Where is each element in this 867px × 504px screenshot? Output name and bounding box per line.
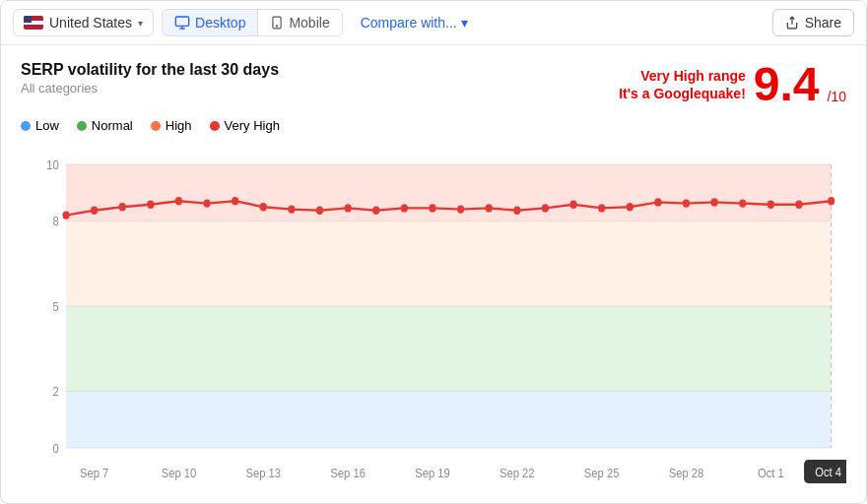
dot-24	[739, 199, 746, 207]
chart-title: SERP volatility for the last 30 days	[21, 61, 279, 79]
score-denom: /10	[828, 89, 846, 104]
dot-5	[203, 199, 210, 207]
dot-8	[288, 205, 295, 213]
country-label: United States	[49, 15, 132, 31]
dot-21	[654, 198, 661, 206]
compare-label: Compare with...	[361, 15, 457, 31]
dot-20	[627, 203, 634, 211]
legend-item-veryhigh: Very High	[210, 118, 280, 133]
zone-high	[66, 221, 832, 306]
dot-26	[795, 201, 802, 209]
share-icon	[785, 16, 799, 30]
svg-point-2	[277, 26, 278, 27]
dot-19	[598, 204, 605, 212]
dot-0	[62, 211, 69, 219]
legend: Low Normal High Very High	[21, 118, 846, 133]
content-area: SERP volatility for the last 30 days All…	[1, 45, 866, 503]
chevron-down-icon: ▾	[138, 18, 143, 29]
score-subtitle: It's a Googlequake!	[619, 85, 746, 102]
dot-18	[569, 201, 576, 209]
dot-7	[260, 203, 267, 211]
tab-desktop-label: Desktop	[195, 15, 245, 31]
score-range-label: Very High range	[619, 67, 746, 85]
x-label-sep19: Sep 19	[415, 466, 450, 480]
svg-rect-0	[175, 17, 188, 26]
country-selector[interactable]: United States ▾	[13, 9, 154, 36]
desktop-icon	[174, 15, 190, 31]
dot-22	[683, 199, 690, 207]
legend-dot-veryhigh	[210, 121, 220, 131]
x-label-sep28: Sep 28	[669, 466, 704, 480]
legend-label-normal: Normal	[92, 118, 133, 133]
title-section: SERP volatility for the last 30 days All…	[21, 61, 279, 95]
legend-label-veryhigh: Very High	[225, 118, 280, 133]
x-label-sep22: Sep 22	[500, 466, 535, 480]
legend-dot-low	[21, 121, 31, 131]
legend-label-high: High	[166, 118, 192, 133]
x-label-sep7: Sep 7	[80, 466, 109, 480]
dot-9	[316, 207, 323, 215]
legend-dot-normal	[77, 121, 87, 131]
dot-13	[429, 204, 435, 212]
score-value: 9.4	[754, 61, 820, 108]
dot-25	[767, 201, 774, 209]
dot-14	[457, 205, 464, 213]
dot-15	[486, 204, 493, 212]
header-row: SERP volatility for the last 30 days All…	[21, 61, 846, 108]
y-label-0: 0	[53, 441, 59, 456]
y-label-5: 5	[53, 299, 59, 314]
dot-3	[147, 201, 154, 209]
zone-low	[66, 391, 832, 448]
compare-chevron-icon: ▾	[461, 15, 468, 31]
dot-2	[119, 203, 126, 211]
volatility-chart: 10 8 5 2 0	[21, 141, 846, 495]
score-section: Very High range It's a Googlequake! 9.4 …	[619, 61, 846, 108]
dot-23	[711, 198, 718, 206]
zone-normal	[66, 306, 832, 391]
dot-11	[372, 207, 379, 215]
x-label-sep25: Sep 25	[584, 466, 620, 480]
y-label-2: 2	[53, 384, 59, 399]
x-label-sep10: Sep 10	[162, 466, 197, 480]
mobile-icon	[270, 15, 284, 31]
us-flag-icon	[24, 16, 43, 30]
top-bar: United States ▾ Desktop Mobile Compare w…	[1, 1, 866, 45]
tab-mobile-label: Mobile	[289, 15, 329, 31]
chart-subtitle: All categories	[21, 81, 279, 95]
device-tabs: Desktop Mobile	[162, 9, 343, 36]
x-label-oct1: Oct 1	[758, 466, 784, 480]
tab-desktop[interactable]: Desktop	[163, 10, 257, 35]
compare-button[interactable]: Compare with... ▾	[351, 10, 478, 35]
legend-label-low: Low	[35, 118, 59, 133]
legend-item-normal: Normal	[77, 118, 133, 133]
y-label-8: 8	[53, 215, 59, 229]
dot-4	[175, 197, 182, 205]
dot-6	[232, 197, 238, 205]
dot-10	[345, 204, 352, 212]
chart-wrapper: 10 8 5 2 0	[21, 141, 846, 495]
legend-item-low: Low	[21, 118, 59, 133]
dot-17	[542, 204, 549, 212]
share-label: Share	[805, 15, 841, 31]
legend-dot-high	[151, 121, 161, 131]
share-button[interactable]: Share	[772, 9, 854, 36]
dot-16	[513, 207, 520, 215]
x-label-oct4: Oct 4	[815, 465, 841, 479]
x-label-sep16: Sep 16	[330, 466, 366, 480]
zone-very-high	[66, 164, 832, 221]
dot-12	[401, 204, 408, 212]
legend-item-high: High	[151, 118, 192, 133]
x-label-sep13: Sep 13	[245, 466, 281, 480]
dot-27	[828, 197, 834, 205]
tab-mobile[interactable]: Mobile	[258, 10, 341, 35]
y-label-10: 10	[46, 158, 59, 172]
dot-1	[91, 207, 98, 215]
